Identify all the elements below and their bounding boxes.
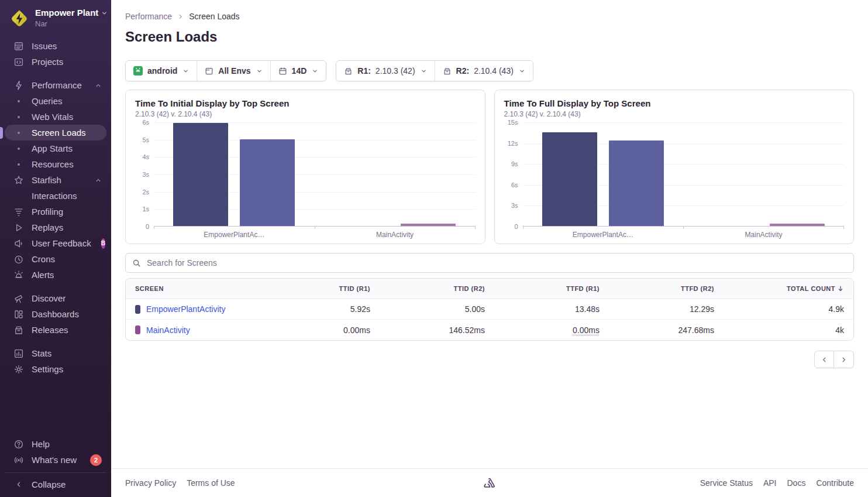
bar-mainactivity-2-10-4-43[interactable] [770,224,825,226]
filter-android-dropdown[interactable]: android [126,61,197,81]
bar-group-empowerplantac [523,122,684,226]
performance-icon [13,80,24,91]
footer-link-service-status[interactable]: Service Status [700,478,753,488]
bullet-icon [13,191,24,201]
sidebar-item-releases[interactable]: Releases [5,322,106,338]
x-axis-tick [154,226,154,229]
charts-row: Time To Initial Display by Top Screen2.1… [125,90,854,244]
sidebar-item-interactions[interactable]: Interactions [5,188,106,204]
sidebar-item-label: Starfish [32,175,61,185]
column-header-ttfd-r1[interactable]: TTFD (R1) [485,285,600,292]
sidebar-item-issues[interactable]: Issues [5,38,106,54]
sidebar-item-discover[interactable]: Discover [5,290,106,306]
bar-slot [609,140,664,226]
column-header-label: SCREEN [135,285,164,292]
pagination [125,351,854,368]
sidebar-item-help[interactable]: Help [5,436,106,452]
series-color-swatch [135,305,140,314]
stats-icon [13,348,24,359]
breadcrumb: PerformanceScreen Loads [125,0,854,21]
breadcrumb-performance[interactable]: Performance [125,12,172,21]
y-axis: 03s6s9s12s15s [504,122,523,227]
filter-all-envs-dropdown[interactable]: All Envs [197,61,270,81]
sidebar-item-performance[interactable]: Performance [5,77,106,93]
sidebar-item-label: Profiling [32,207,63,217]
bar-empowerplantac-2-10-3-42[interactable] [542,132,597,226]
sidebar-item-dashboards[interactable]: Dashboards [5,306,106,322]
sidebar-item-starfish[interactable]: Starfish [5,172,106,188]
sidebar-item-user-feedback[interactable]: User FeedbackB [5,235,106,251]
sidebar-item-web-vitals[interactable]: Web Vitals [5,109,106,125]
sidebar-item-projects[interactable]: Projects [5,54,106,70]
chart-subtitle: 2.10.3 (42) v. 2.10.4 (43) [135,110,476,118]
footer-link-terms-of-use[interactable]: Terms of Use [187,478,235,488]
bullet-icon [13,159,24,170]
settings-icon [13,364,24,375]
chevron-up-icon [95,82,102,89]
sidebar-item-label: What's new [32,455,77,465]
sidebar-item-crons[interactable]: Crons [5,251,106,267]
bar-empowerplantac-2-10-3-42[interactable] [173,123,228,226]
cell-ttfd-r1: 0.00ms [485,325,600,335]
filter-14d-dropdown[interactable]: 14D [270,61,326,81]
sidebar-item-alerts[interactable]: Alerts [5,267,106,283]
bar-group-empowerplantac [154,122,315,226]
sidebar-item-app-starts[interactable]: App Starts [5,140,106,156]
chart-body: 03s6s9s12s15s [504,122,845,227]
footer-link-api[interactable]: API [763,478,777,488]
bullet-icon [13,112,24,122]
sidebar-collapse-button[interactable]: Collapse [5,477,106,492]
footer-link-contribute[interactable]: Contribute [816,478,854,488]
screen-link-empowerplantactivity[interactable]: EmpowerPlantActivity [146,304,225,314]
sidebar-item-queries[interactable]: Queries [5,93,106,109]
sidebar-item-settings[interactable]: Settings [5,361,106,377]
sidebar-item-resources[interactable]: Resources [5,156,106,172]
search-input[interactable] [146,258,847,268]
filter-r2-2-10-4-43-dropdown[interactable]: R2:2.10.4 (43) [435,61,533,81]
sidebar-item-label: Performance [32,80,82,90]
filter-r1-2-10-3-42-dropdown[interactable]: R1:2.10.3 (42) [336,61,434,81]
sidebar-item-stats[interactable]: Stats [5,345,106,361]
y-axis-tick-label: 2s [142,188,149,196]
sidebar-item-what-s-new[interactable]: What's new2 [5,452,106,468]
screen-link-mainactivity[interactable]: MainActivity [146,325,190,335]
sidebar-item-replays[interactable]: Replays [5,220,106,235]
column-header-total-count[interactable]: TOTAL COUNT [714,285,844,292]
pagination-prev-button[interactable] [814,351,834,368]
column-header-ttfd-r2[interactable]: TTFD (R2) [600,285,714,292]
page-title: Screen Loads [125,29,854,45]
footer-link-privacy-policy[interactable]: Privacy Policy [125,478,176,488]
filter-value: 2.10.3 (42) [376,66,415,76]
chart-plot-area [523,122,845,227]
cell-value: 5.92s [350,304,370,314]
sidebar-item-label: Resources [32,159,74,169]
filter-prefix: R1: [357,66,371,76]
filter-value: 2.10.4 (43) [474,66,514,76]
y-axis-tick-label: 9s [511,160,518,167]
bar-empowerplantac-2-10-4-43[interactable] [240,139,295,226]
bullet-dot [18,100,20,102]
bar-mainactivity-2-10-4-43[interactable] [401,224,456,226]
cell-value: 0.00ms [343,325,370,335]
sidebar-item-label: Settings [32,364,63,374]
y-axis-tick-label: 0 [514,223,518,230]
sentry-logo-icon [483,477,497,490]
sidebar-item-label: Discover [32,293,66,303]
pagination-next-button[interactable] [834,351,854,368]
app-root: Empower Plant Nar IssuesProjectsPerforma… [0,0,868,497]
sidebar-item-label: App Starts [32,143,73,153]
column-header-screen[interactable]: SCREEN [135,285,256,292]
sidebar-item-label: Web Vitals [32,112,73,122]
column-header-ttid-r1[interactable]: TTID (R1) [256,285,370,292]
org-switcher[interactable]: Empower Plant Nar [0,0,111,33]
sidebar-item-label: Queries [32,96,63,106]
bar-groups [154,122,476,226]
chart-panel-time-to-full-display-by-top-screen: Time To Full Display by Top Screen2.10.3… [494,90,855,244]
column-header-ttid-r2[interactable]: TTID (R2) [370,285,485,292]
bar-empowerplantac-2-10-4-43[interactable] [609,140,664,226]
chevron-left-icon [13,479,24,490]
footer-link-docs[interactable]: Docs [787,478,806,488]
sidebar-item-profiling[interactable]: Profiling [5,204,106,220]
sidebar-item-screen-loads[interactable]: Screen Loads [5,125,106,140]
sidebar-item-label: Projects [32,57,63,67]
